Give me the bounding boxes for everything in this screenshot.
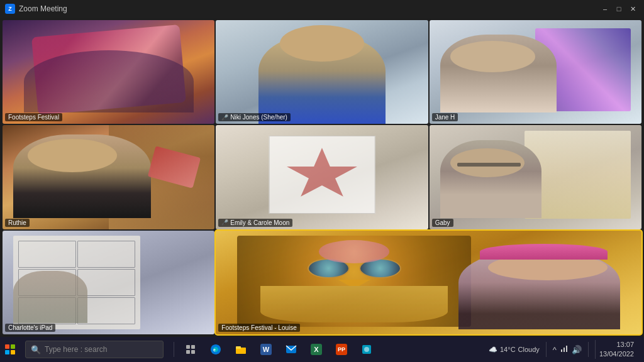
video-tile-louise: Footsteps Festival - Louise	[216, 231, 641, 334]
participant-name-text-niki: Niki Jones (She/her)	[230, 114, 287, 121]
tray-expand-icon[interactable]: ^	[553, 345, 557, 354]
participant-name-text: Footsteps Festival	[8, 114, 59, 121]
svg-text:e: e	[213, 348, 216, 352]
notification-area[interactable]: 13:07 13/04/2022	[595, 340, 638, 359]
video-tile-niki: 🎤 Niki Jones (She/her)	[216, 20, 428, 124]
word-button[interactable]: W	[255, 338, 277, 361]
video-tile-footsteps: Footsteps Festival	[3, 20, 214, 124]
svg-rect-10	[561, 349, 562, 352]
volume-icon[interactable]: 🔊	[572, 345, 582, 354]
title-bar: Z Zoom Meeting – □ ✕	[0, 0, 644, 18]
taskbar-divider-3	[588, 342, 589, 357]
storyboard-cell-1	[18, 241, 76, 268]
paint-button[interactable]	[355, 338, 378, 361]
excel-button[interactable]: X	[305, 338, 328, 361]
participant-label-emily: 🎤 Emily & Carole Moon	[218, 219, 292, 227]
participant-name-text-emily: Emily & Carole Moon	[230, 219, 289, 226]
participant-label-gaby: Gaby	[432, 219, 453, 227]
network-icon[interactable]	[560, 344, 569, 355]
taskbar: 🔍 e	[0, 337, 644, 362]
mic-icon-niki: 🎤	[221, 114, 228, 121]
svg-rect-3	[191, 350, 195, 354]
system-tray: ^ 🔊	[553, 344, 582, 355]
taskbar-divider-2	[546, 342, 547, 357]
svg-rect-2	[186, 350, 190, 354]
svg-rect-12	[566, 346, 567, 352]
maximize-button[interactable]: □	[613, 3, 625, 15]
clock-date: 13/04/2022	[599, 349, 634, 359]
svg-rect-6	[236, 346, 241, 349]
svg-point-9	[364, 347, 369, 352]
storyboard-cell-2	[77, 241, 135, 268]
edge-button[interactable]: e	[204, 338, 227, 361]
svg-rect-0	[186, 345, 190, 349]
participant-name-text-gaby: Gaby	[435, 219, 450, 226]
search-icon: 🔍	[31, 345, 41, 354]
task-view-button[interactable]	[179, 338, 202, 361]
svg-rect-1	[191, 345, 195, 349]
clock-display: 13:07 13/04/2022	[599, 340, 634, 359]
video-tile-gaby: Gaby	[430, 125, 641, 229]
weather-desc: Cloudy	[518, 346, 540, 353]
video-tile-charlotte: Charlotte's iPad	[3, 231, 214, 334]
file-explorer-button[interactable]	[230, 338, 252, 361]
mail-button[interactable]	[280, 338, 303, 361]
search-input[interactable]	[45, 345, 158, 354]
zoom-app-icon: Z	[5, 4, 15, 14]
taskbar-right: ☁️ 14°C Cloudy ^ 🔊 13:07	[489, 340, 644, 359]
minimize-button[interactable]: –	[599, 3, 611, 15]
svg-rect-11	[564, 348, 565, 352]
participant-label-louise: Footsteps Festival - Louise	[218, 324, 300, 332]
close-button[interactable]: ✕	[626, 3, 639, 15]
participant-name-text-charlotte: Charlotte's iPad	[8, 324, 52, 331]
search-bar[interactable]: 🔍	[25, 341, 164, 358]
weather-temp: 14°C	[500, 346, 516, 353]
weather-icon: ☁️	[489, 346, 497, 354]
video-tile-emily-carole: 🎤 Emily & Carole Moon	[216, 125, 428, 229]
participant-name-text-jane: Jane H	[435, 114, 455, 121]
participant-name-text-ruthie: Ruthie	[8, 219, 26, 226]
video-grid: Footsteps Festival 🎤 Niki Jones (She/her…	[0, 18, 644, 337]
window-controls: – □ ✕	[599, 3, 639, 15]
participant-name-text-louise: Footsteps Festival - Louise	[221, 324, 297, 331]
video-tile-ruthie: Ruthie	[3, 125, 214, 229]
participant-label-niki: 🎤 Niki Jones (She/her)	[218, 113, 291, 121]
clock-time: 13:07	[599, 340, 634, 349]
video-tile-jane: Jane H	[430, 20, 641, 124]
weather-widget[interactable]: ☁️ 14°C Cloudy	[489, 346, 540, 354]
participant-label-footsteps: Footsteps Festival	[5, 113, 62, 121]
taskbar-apps: e W X PP	[171, 338, 378, 361]
mic-icon-emily: 🎤	[221, 219, 228, 226]
taskbar-divider-1	[174, 342, 174, 357]
participant-label-jane: Jane H	[432, 113, 458, 121]
participant-label-charlotte: Charlotte's iPad	[5, 324, 55, 332]
windows-start-button[interactable]	[5, 344, 15, 354]
app-button-1[interactable]: PP	[330, 338, 353, 361]
participant-label-ruthie: Ruthie	[5, 219, 30, 227]
app-title: Zoom Meeting	[19, 4, 67, 13]
